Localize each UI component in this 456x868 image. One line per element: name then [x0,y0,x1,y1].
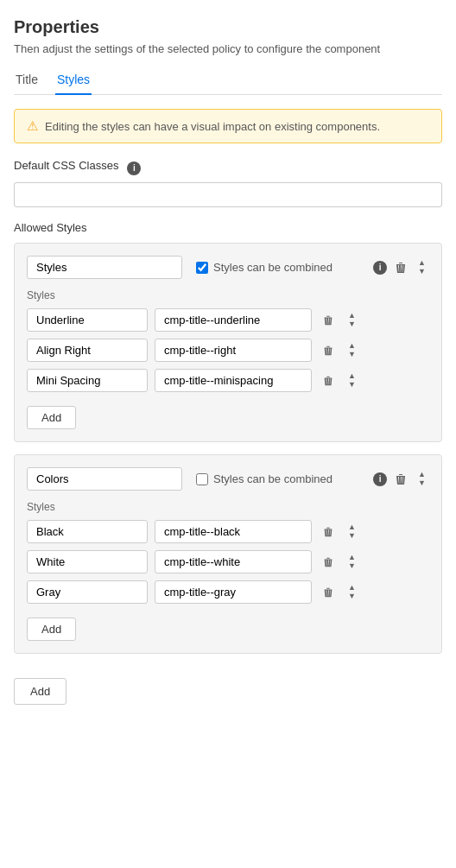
style-group-colors-header: Styles can be combined i ▲ ▼ [27,467,429,491]
colors-combined-text: Styles can be combined [213,472,332,485]
style-delete-align-right[interactable] [319,341,338,360]
style-row-mini-spacing: ▲ ▼ [27,369,429,392]
styles-group-info-icon[interactable]: i [373,261,387,275]
style-delete-black[interactable] [319,523,338,542]
style-group-styles-name-input[interactable] [27,256,182,279]
style-sort-mini-spacing[interactable]: ▲ ▼ [345,371,359,390]
sort-down-icon: ▼ [348,381,356,389]
sort-down-icon: ▼ [348,592,356,600]
sort-up-icon: ▲ [418,259,426,267]
colors-group-info-icon[interactable]: i [373,472,387,486]
style-delete-white[interactable] [319,553,338,572]
style-class-underline[interactable] [155,308,312,332]
style-class-gray[interactable] [155,580,312,604]
style-class-align-right[interactable] [155,339,312,362]
style-name-align-right[interactable] [27,339,148,362]
tabs-container: Title Styles [14,67,442,95]
style-name-white[interactable] [27,550,148,573]
sort-down-icon: ▼ [348,562,356,570]
sort-up-icon: ▲ [348,523,356,531]
styles-group-actions: i ▲ ▼ [373,257,429,278]
tab-title[interactable]: Title [14,67,40,95]
styles-combined-label: Styles can be combined [196,261,332,274]
sort-down-icon: ▼ [348,532,356,540]
allowed-styles-label: Allowed Styles [14,221,442,234]
sort-up-icon: ▲ [348,342,356,350]
style-name-underline[interactable] [27,308,148,332]
styles-group-sort-button[interactable]: ▲ ▼ [415,257,429,277]
styles-group-delete-button[interactable] [390,257,411,278]
default-css-label-row: Default CSS Classes i [14,159,442,177]
warning-text: Editing the styles can have a visual imp… [45,120,380,133]
style-name-black[interactable] [27,520,148,543]
style-group-colors: Styles can be combined i ▲ ▼ Styles ▲ [14,454,442,654]
colors-group-sort-button[interactable]: ▲ ▼ [415,469,429,489]
style-delete-underline[interactable] [319,311,338,330]
styles-combined-checkbox[interactable] [196,262,208,274]
style-name-mini-spacing[interactable] [27,369,148,392]
default-css-input[interactable] [14,182,442,207]
sort-down-icon: ▼ [418,268,426,276]
sort-up-icon: ▲ [348,584,356,592]
style-delete-gray[interactable] [319,583,338,602]
sort-up-icon: ▲ [348,312,356,320]
sort-down-icon: ▼ [418,479,426,487]
style-sort-underline[interactable]: ▲ ▼ [345,310,359,330]
style-row-white: ▲ ▼ [27,550,429,573]
colors-group-add-button[interactable]: Add [27,618,76,641]
warning-icon: ⚠ [27,118,38,134]
warning-banner: ⚠ Editing the styles can have a visual i… [14,109,442,143]
colors-inner-label: Styles [27,501,429,513]
style-group-styles-header: Styles can be combined i ▲ ▼ [27,256,429,279]
colors-group-actions: i ▲ ▼ [373,469,429,490]
sort-up-icon: ▲ [348,372,356,380]
style-sort-align-right[interactable]: ▲ ▼ [345,340,359,360]
style-row-gray: ▲ ▼ [27,580,429,604]
style-row-underline: ▲ ▼ [27,308,429,332]
default-css-label: Default CSS Classes [14,159,118,172]
style-row-black: ▲ ▼ [27,520,429,543]
styles-combined-text: Styles can be combined [213,261,332,274]
colors-combined-label: Styles can be combined [196,472,332,485]
default-css-info-icon[interactable]: i [127,162,141,175]
styles-group-add-button[interactable]: Add [27,406,76,429]
page-subtitle: Then adjust the settings of the selected… [14,42,442,55]
styles-inner-label: Styles [27,289,429,301]
colors-group-delete-button[interactable] [390,469,411,490]
sort-down-icon: ▼ [348,351,356,358]
add-style-group-button[interactable]: Add [14,678,66,705]
style-group-styles: Styles can be combined i ▲ ▼ Styles ▲ [14,243,442,442]
style-delete-mini-spacing[interactable] [319,371,338,390]
colors-combined-checkbox[interactable] [196,473,208,485]
sort-up-icon: ▲ [348,554,356,561]
tab-styles[interactable]: Styles [55,67,92,95]
style-class-white[interactable] [155,550,312,573]
style-group-colors-name-input[interactable] [27,467,182,491]
style-sort-gray[interactable]: ▲ ▼ [345,582,359,602]
style-class-black[interactable] [155,520,312,543]
sort-down-icon: ▼ [348,320,356,328]
style-row-align-right: ▲ ▼ [27,339,429,362]
style-sort-white[interactable]: ▲ ▼ [345,552,359,572]
style-name-gray[interactable] [27,580,148,604]
page-title: Properties [14,17,442,37]
sort-up-icon: ▲ [418,471,426,478]
style-sort-black[interactable]: ▲ ▼ [345,522,359,542]
style-class-mini-spacing[interactable] [155,369,312,392]
